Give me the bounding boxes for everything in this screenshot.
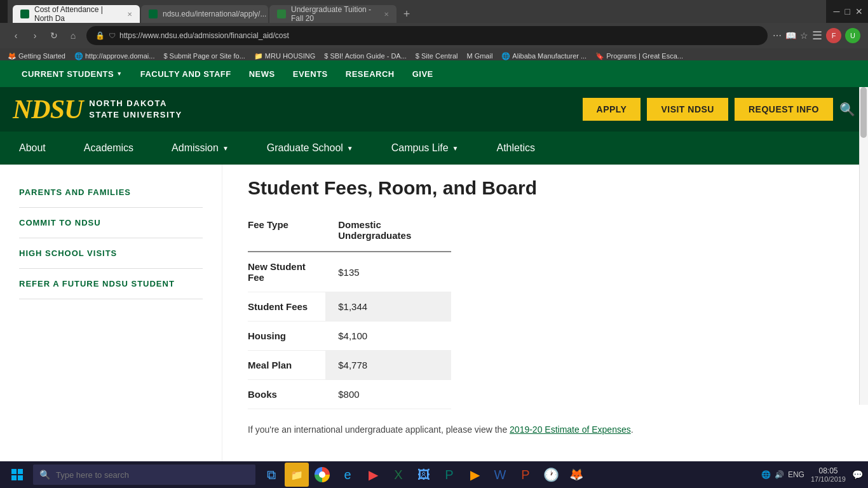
task-view-icon[interactable]: ⧉ [259,463,283,487]
file-explorer-icon[interactable]: 📁 [285,463,309,487]
site-wrapper: CURRENT STUDENTS ▼ FACULTY AND STAFF NEW… [0,60,868,488]
request-info-button[interactable]: REQUEST INFO [735,98,833,121]
address-input-area[interactable]: 🔒 🛡 https://www.ndsu.edu/admission/finan… [86,26,768,45]
nav-about-label: About [19,142,46,154]
page-content: PARENTS AND FAMILIES COMMIT TO NDSU HIGH… [0,165,868,488]
maximize-button[interactable]: □ [845,6,850,17]
tab-1[interactable]: Cost of Attendance | North Da ✕ [13,5,140,23]
close-button[interactable]: ✕ [855,6,863,17]
bookmark-sbi[interactable]: $ SBI! Action Guide - DA... [322,52,409,60]
intl-note-text: If you're an international undergraduate… [248,424,510,435]
fee-amount-cell: $1,344 [325,292,451,322]
bookmark-programs[interactable]: 🔖 Programs | Great Esca... [593,52,686,60]
taskbar-search-input[interactable] [33,464,255,485]
word-taskbar-icon[interactable]: W [488,463,512,487]
bookmark-label-9: Programs | Great Esca... [606,52,683,60]
current-students-arrow: ▼ [116,71,122,77]
tab-3[interactable]: Undergraduate Tuition - Fall 20 ✕ [269,5,397,23]
bookmark-alibaba[interactable]: 🌐 Alibaba Manufacturer ... [499,52,589,60]
firefox-taskbar-icon[interactable]: 🦊 [564,463,588,487]
top-nav-news[interactable]: NEWS [240,69,284,79]
scroll-thumb[interactable] [860,87,867,138]
chrome-taskbar-icon[interactable] [310,463,334,487]
vlc-taskbar-icon[interactable]: ▶ [463,463,487,487]
extensions-icon[interactable]: ⋯ [773,30,782,41]
nav-academics[interactable]: Academics [65,132,153,165]
notification-icon[interactable]: 💬 [852,470,863,480]
bookmark-label: Getting Started [18,52,65,60]
fee-type-cell: New Student Fee [248,252,325,292]
user-account-icon[interactable]: U [845,28,860,43]
bookmark-label-6: Site Central [421,52,458,60]
logo-area[interactable]: NDSU NORTH DAKOTA STATE UNIVERSITY [13,94,182,125]
col-type-header: Fee Type [248,214,325,252]
nav-athletics[interactable]: Athletics [478,132,554,165]
fee-type-cell: Student Fees [248,292,325,322]
sidebar-item-high-school[interactable]: HIGH SCHOOL VISITS [19,238,203,269]
back-button[interactable]: ‹ [8,27,24,44]
bookmark-getting-started[interactable]: 🦊 Getting Started [5,52,68,60]
tab-close-3[interactable]: ✕ [384,11,389,18]
nav-graduate-school[interactable]: Graduate School ▼ [248,132,372,165]
logo-line2: STATE UNIVERSITY [89,109,182,121]
events-label: EVENTS [293,69,328,79]
taskbar-search-wrapper[interactable]: 🔍 [33,464,255,485]
language-indicator[interactable]: ENG [788,470,804,479]
nav-about[interactable]: About [0,132,65,165]
bookmark-submit[interactable]: $ Submit Page or Site fo... [161,52,247,60]
top-nav-faculty-staff[interactable]: FACULTY AND STAFF [132,69,240,79]
faculty-staff-label: FACULTY AND STAFF [140,69,231,79]
page-title: Student Fees, Room, and Board [248,177,843,199]
media-taskbar-icon[interactable]: ▶ [361,463,385,487]
intl-link[interactable]: 2019-20 Estimate of Expenses [510,424,631,435]
excel-taskbar-icon[interactable]: X [386,463,410,487]
home-button[interactable]: ⌂ [65,27,81,44]
fee-table: Fee Type Domestic Undergraduates New Stu… [248,214,451,409]
fee-amount-cell: $4,778 [325,351,451,380]
bookmark-housing[interactable]: 📁 MRU HOUSING [252,52,318,60]
firefox-account-icon[interactable]: F [826,28,841,43]
nav-admission-label: Admission [172,142,219,154]
bookmark-favicon-8: 🌐 [501,52,510,60]
tab-close-1[interactable]: ✕ [127,11,132,18]
tab-2[interactable]: ndsu.edu/international/apply/... ✕ [141,5,268,23]
edge-taskbar-icon[interactable]: e [336,463,360,487]
taskbar: 🔍 ⧉ 📁 e ▶ X 🖼 P ▶ W [0,461,868,488]
sidebar-item-refer[interactable]: REFER A FUTURE NDSU STUDENT [19,269,203,299]
start-button[interactable] [5,463,29,487]
tab-favicon-2 [149,10,158,18]
ndsu-logo-abbr: NDSU [13,94,83,125]
sidebar-item-parents[interactable]: PARENTS AND FAMILIES [19,177,203,208]
grad-arrow-icon: ▼ [347,145,353,152]
bookmark-label-8: Alibaba Manufacturer ... [512,52,587,60]
scrollbar[interactable] [859,87,868,405]
powerpoint-taskbar-icon[interactable]: P [513,463,538,487]
top-nav-give[interactable]: GIVE [403,69,442,79]
fee-type-cell: Meal Plan [248,351,325,380]
shield-icon: 🛡 [109,32,116,39]
add-tab-button[interactable]: + [398,5,416,23]
visit-ndsu-button[interactable]: VISIT NDSU [647,98,728,121]
forward-button[interactable]: › [27,27,43,44]
top-nav-research[interactable]: RESEARCH [337,69,403,79]
top-nav-current-students[interactable]: CURRENT STUDENTS ▼ [13,69,132,79]
clock[interactable]: 08:05 17/10/2019 [811,466,846,483]
reload-button[interactable]: ↻ [46,27,62,44]
nav-admission[interactable]: Admission ▼ [153,132,248,165]
tab-label-1: Cost of Attendance | North Da [34,5,122,23]
minimize-button[interactable]: ─ [834,6,840,17]
apply-button[interactable]: APPLY [583,98,641,121]
nav-campus-life[interactable]: Campus Life ▼ [372,132,478,165]
bookmark-icon[interactable]: ☆ [800,30,808,41]
photos-taskbar-icon[interactable]: 🖼 [412,463,436,487]
clock-taskbar-icon[interactable]: 🕐 [539,463,563,487]
top-nav-events[interactable]: EVENTS [284,69,337,79]
publisher-taskbar-icon[interactable]: P [437,463,461,487]
header-search-button[interactable]: 🔍 [839,102,855,117]
sidebar-item-commit[interactable]: COMMIT TO NDSU [19,208,203,238]
bookmark-approve[interactable]: 🌐 http://approve.domai... [72,52,157,60]
hamburger-menu-icon[interactable]: ☰ [812,29,822,43]
reader-mode-icon[interactable]: 📖 [785,30,796,41]
bookmark-gmail[interactable]: M Gmail [464,52,495,60]
bookmark-site-central[interactable]: $ Site Central [413,52,461,60]
